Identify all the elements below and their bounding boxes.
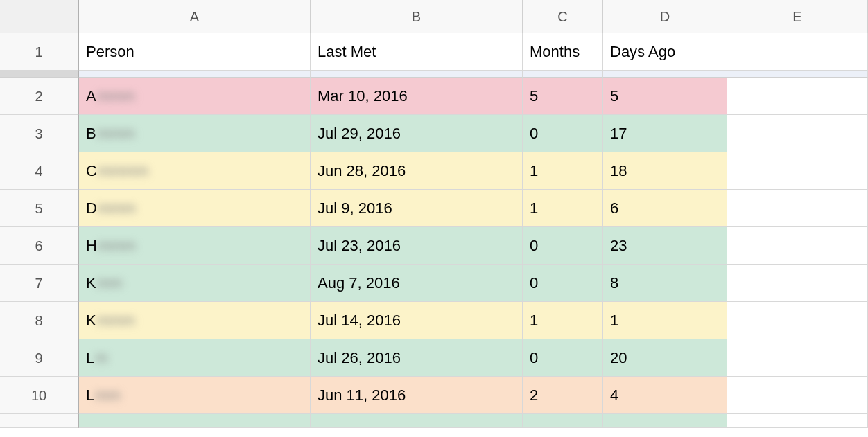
cell-a3[interactable]: Bmmm	[79, 115, 311, 152]
select-all-corner[interactable]	[0, 0, 79, 33]
cell-c5[interactable]: 1	[523, 190, 603, 227]
col-header-e[interactable]: E	[727, 0, 868, 33]
cell-d4[interactable]: 18	[603, 152, 727, 190]
row-header-10[interactable]: 10	[0, 377, 79, 414]
cell-e11[interactable]	[727, 414, 868, 428]
redacted-text: mmm	[97, 115, 135, 152]
cell-a9[interactable]: Lm	[79, 339, 311, 377]
cell-d10[interactable]: 4	[603, 377, 727, 414]
person-first: H	[86, 237, 97, 254]
person-first: K	[86, 274, 96, 292]
col-header-b[interactable]: B	[311, 0, 523, 33]
redacted-text: mmm	[97, 302, 135, 339]
cell-b8[interactable]: Jul 14, 2016	[311, 302, 523, 339]
cell-c6[interactable]: 0	[523, 227, 603, 265]
cell-c8[interactable]: 1	[523, 302, 603, 339]
redacted-text: mmm	[97, 78, 135, 115]
cell-b6[interactable]: Jul 23, 2016	[311, 227, 523, 265]
row-header-4[interactable]: 4	[0, 152, 79, 190]
cell-e10[interactable]	[727, 377, 868, 414]
cell-b5[interactable]: Jul 9, 2016	[311, 190, 523, 227]
cell-d6[interactable]: 23	[603, 227, 727, 265]
cell-c7[interactable]: 0	[523, 265, 603, 302]
cell-a11[interactable]	[79, 414, 311, 428]
redacted-text: mmm	[98, 227, 136, 265]
cell-c11[interactable]: 0	[523, 414, 603, 428]
cell-a5[interactable]: Dmmm	[79, 190, 311, 227]
person-first: A	[86, 87, 96, 105]
cell-c9[interactable]: 0	[523, 339, 603, 377]
cell-d1[interactable]: Days Ago	[603, 33, 727, 71]
frozen-divider-cell	[79, 71, 311, 78]
col-header-a[interactable]: A	[79, 0, 311, 33]
cell-b9[interactable]: Jul 26, 2016	[311, 339, 523, 377]
row-header-8[interactable]: 8	[0, 302, 79, 339]
cell-e1[interactable]	[727, 33, 868, 71]
cell-a2[interactable]: Ammm	[79, 78, 311, 115]
person-first: C	[86, 162, 97, 179]
cell-c1[interactable]: Months	[523, 33, 603, 71]
row-header-3[interactable]: 3	[0, 115, 79, 152]
cell-b7[interactable]: Aug 7, 2016	[311, 265, 523, 302]
cell-d5[interactable]: 6	[603, 190, 727, 227]
spreadsheet-grid: A B C D E 1 Person Last Met Months Days …	[0, 0, 868, 428]
row-header-1[interactable]: 1	[0, 33, 79, 71]
cell-c2[interactable]: 5	[523, 78, 603, 115]
frozen-divider-cell	[727, 71, 868, 78]
cell-e3[interactable]	[727, 115, 868, 152]
redacted-text: mmmm	[98, 152, 148, 190]
cell-a7[interactable]: Kmm	[79, 265, 311, 302]
redacted-text: mm	[95, 377, 121, 414]
cell-d11[interactable]: 8	[603, 414, 727, 428]
cell-a4[interactable]: Cmmmm	[79, 152, 311, 190]
frozen-divider-cell	[603, 71, 727, 78]
redacted-text: m	[95, 339, 107, 377]
cell-a1[interactable]: Person	[79, 33, 311, 71]
cell-b2[interactable]: Mar 10, 2016	[311, 78, 523, 115]
person-first: L	[86, 349, 94, 366]
person-first: D	[86, 199, 97, 217]
cell-c3[interactable]: 0	[523, 115, 603, 152]
cell-d7[interactable]: 8	[603, 265, 727, 302]
cell-b11[interactable]: Aug 7, 2016	[311, 414, 523, 428]
frozen-divider-cell	[311, 71, 523, 78]
row-header-2[interactable]: 2	[0, 78, 79, 115]
row-header-7[interactable]: 7	[0, 265, 79, 302]
frozen-divider-cell	[523, 71, 603, 78]
cell-e5[interactable]	[727, 190, 868, 227]
row-header-11[interactable]: 11	[0, 414, 79, 428]
col-header-d[interactable]: D	[603, 0, 727, 33]
frozen-row-divider	[0, 71, 79, 78]
header-lastmet: Last Met	[318, 43, 376, 60]
cell-e6[interactable]	[727, 227, 868, 265]
cell-e7[interactable]	[727, 265, 868, 302]
cell-b1[interactable]: Last Met	[311, 33, 523, 71]
redacted-text: mm	[97, 265, 123, 302]
cell-c4[interactable]: 1	[523, 152, 603, 190]
cell-b4[interactable]: Jun 28, 2016	[311, 152, 523, 190]
cell-a10[interactable]: Lmm	[79, 377, 311, 414]
cell-d9[interactable]: 20	[603, 339, 727, 377]
person-first: K	[86, 312, 96, 329]
row-header-9[interactable]: 9	[0, 339, 79, 377]
cell-e9[interactable]	[727, 339, 868, 377]
cell-d8[interactable]: 1	[603, 302, 727, 339]
header-person: Person	[86, 43, 134, 60]
row-header-6[interactable]: 6	[0, 227, 79, 265]
cell-e8[interactable]	[727, 302, 868, 339]
redacted-text: mmm	[98, 190, 136, 227]
cell-b10[interactable]: Jun 11, 2016	[311, 377, 523, 414]
cell-b3[interactable]: Jul 29, 2016	[311, 115, 523, 152]
cell-e2[interactable]	[727, 78, 868, 115]
person-first: L	[86, 386, 94, 404]
cell-d2[interactable]: 5	[603, 78, 727, 115]
cell-e4[interactable]	[727, 152, 868, 190]
cell-a6[interactable]: Hmmm	[79, 227, 311, 265]
col-header-c[interactable]: C	[523, 0, 603, 33]
header-months: Months	[530, 43, 580, 60]
header-daysago: Days Ago	[610, 43, 675, 60]
cell-c10[interactable]: 2	[523, 377, 603, 414]
cell-d3[interactable]: 17	[603, 115, 727, 152]
cell-a8[interactable]: Kmmm	[79, 302, 311, 339]
row-header-5[interactable]: 5	[0, 190, 79, 227]
